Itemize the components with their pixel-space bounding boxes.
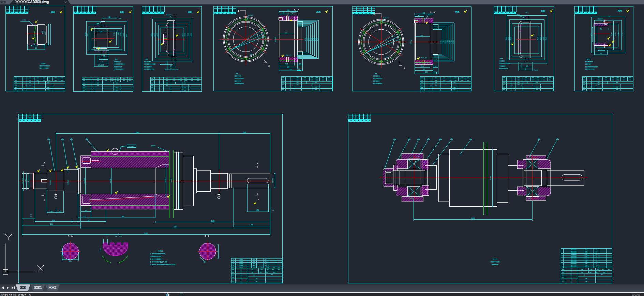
svg-text:HHHHHHH: HHHHHHH [585,61,593,63]
svg-text:HH: HH [629,79,631,81]
svg-text:HH: HH [116,83,118,84]
svg-text:HH: HH [278,267,280,268]
svg-text:HH: HH [166,80,168,82]
svg-text:100: 100 [287,10,289,11]
svg-text:HHHH: HHHH [240,267,243,268]
svg-text:Ф115: Ф115 [307,38,308,41]
svg-text:HH: HH [616,82,618,83]
svg-text:H: H [233,265,234,266]
svg-text:HH: HH [260,272,262,273]
svg-text:HH: HH [586,254,587,255]
svg-text:Ф100h6: Ф100h6 [272,178,274,183]
svg-text:HH: HH [111,78,114,79]
svg-text:HH: HH [151,83,153,84]
svg-text:Ф155g6: Ф155g6 [67,180,69,185]
svg-text:HHHHHH: HHHHHH [114,61,121,63]
svg-text:HH: HH [197,78,199,79]
svg-text:M145: M145 [44,31,46,35]
svg-text:HH: HH [83,87,85,89]
svg-text:HH: HH [562,272,564,273]
svg-text:HHHH: HHHH [240,259,243,260]
svg-text:4: 4 [428,137,429,139]
svg-text:HH: HH [598,77,600,78]
svg-text:HH: HH [435,82,437,84]
svg-text:101: 101 [88,220,90,221]
svg-text:Ф130: Ф130 [611,32,613,35]
svg-text:110: 110 [119,17,121,19]
svg-text:HH: HH [435,80,437,81]
svg-text:HHHHHHHHH: HHHHHHHHH [40,65,50,67]
svg-text:HH: HH [272,269,274,270]
svg-text:M12: M12 [421,57,424,59]
svg-text:HH: HH [97,83,99,84]
svg-text:HHHHH: HHHHH [499,60,505,62]
svg-text:HH: HH [421,85,423,86]
svg-text:HHHH: HHHH [240,263,243,264]
svg-text:HH: HH [252,272,254,273]
svg-text:Ф240: Ф240 [508,37,509,40]
svg-text:3: 3 [71,137,72,139]
svg-text:150: 150 [256,209,259,211]
svg-text:110: 110 [423,69,425,70]
svg-text:2×2: 2×2 [50,211,53,212]
svg-text:HH: HH [282,79,284,81]
svg-text:HH: HH [236,73,238,75]
svg-text:HH: HH [151,78,153,79]
svg-text:HH: HH [537,77,539,78]
svg-text:4-Ф10HH: 4-Ф10HH [597,18,603,20]
svg-text:10: 10 [103,55,105,57]
svg-text:HH: HH [29,77,31,79]
svg-text:HH: HH [117,78,119,79]
svg-text:HH: HH [61,77,63,79]
svg-text:Ф10HH: Ф10HH [534,69,538,71]
svg-text:HH: HH [271,274,273,275]
svg-text:HH: HH [282,87,284,88]
svg-text:HH: HH [43,80,45,81]
svg-text:HHHHHHH: HHHHHHH [571,249,577,250]
svg-text:HH: HH [421,87,423,88]
svg-text:HHHH: HHHH [151,145,155,147]
svg-text:HH: HH [184,87,186,89]
svg-text:HH: HH [518,77,520,78]
svg-text:70.5: 70.5 [421,65,424,67]
svg-text:HHHHHHH: HHHHHHH [571,260,577,261]
svg-text:2: 2 [62,137,63,139]
svg-text:92: 92 [84,216,86,218]
svg-text:-0.112: -0.112 [22,19,26,21]
svg-text:HH: HH [252,269,254,270]
svg-text:HH: HH [450,77,452,79]
svg-text:HHHHHHHHHHH: HHHHHHHHHHH [585,66,598,68]
svg-text:Ф145: Ф145 [313,38,314,41]
svg-text:HHHHHH: HHHHHH [144,61,151,63]
svg-text:HHHHHH: HHHHHH [373,80,380,82]
svg-text:20: 20 [30,216,32,218]
svg-text:HH: HH [525,77,527,78]
svg-text:2. HHHHHHHHH.: 2. HHHHHHHHH. [150,258,162,260]
svg-text:Ф305g6: Ф305g6 [274,37,276,42]
svg-text:Ф250: Ф250 [188,33,189,36]
svg-text:HH: HH [174,80,176,82]
svg-text:HH: HH [253,275,255,276]
svg-text:HHHHHHH: HHHHHHH [571,252,577,254]
svg-text:HH: HH [525,79,527,81]
svg-text:HH: HH [598,84,600,86]
svg-text:Ф240: Ф240 [510,37,512,40]
svg-text:104: 104 [69,261,72,262]
svg-text:HH: HH [191,78,193,79]
svg-text:4-Ф10.5: 4-Ф10.5 [166,14,171,16]
svg-text:75: 75 [600,53,602,55]
svg-text:HH: HH [322,77,324,78]
svg-text:14: 14 [435,65,437,67]
svg-text:HH: HH [549,79,551,81]
svg-text:HH: HH [503,89,505,90]
svg-text:3. HHHHHH:HB217~255: 3. HHHHHH:HB217~255 [150,261,167,263]
svg-text:HHHH: HHHH [240,265,243,266]
svg-text:HH: HH [583,82,585,83]
svg-text:Ф105: Ф105 [87,33,89,36]
svg-text:HH: HH [151,87,153,89]
svg-text:HH: HH [503,84,505,86]
svg-text:HH: HH [467,77,469,79]
svg-text:HHHHHHHHHH: HHHHHHHHHH [114,63,125,65]
svg-text:HHHHHHHH: HHHHHHHH [373,78,383,79]
svg-text:38: 38 [108,16,110,18]
